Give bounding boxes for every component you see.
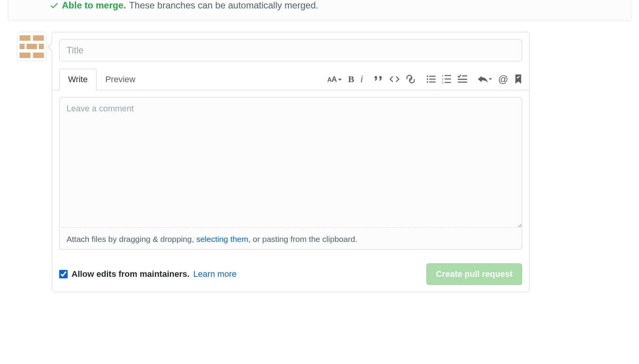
- heading-icon[interactable]: AA: [327, 75, 342, 84]
- link-icon[interactable]: [406, 74, 416, 84]
- svg-text:2: 2: [442, 78, 443, 81]
- attach-select-link[interactable]: selecting them: [196, 235, 248, 243]
- svg-text:1: 1: [442, 74, 443, 78]
- formatting-toolbar: AA B i: [327, 74, 522, 84]
- editor-tabs: Write Preview: [59, 68, 144, 90]
- svg-text:3: 3: [442, 81, 443, 84]
- allow-edits-checkbox[interactable]: [59, 270, 68, 278]
- bold-icon[interactable]: B: [348, 74, 354, 84]
- task-list-icon[interactable]: [457, 74, 467, 84]
- tab-preview[interactable]: Preview: [97, 69, 144, 90]
- svg-point-1: [427, 78, 428, 80]
- svg-point-0: [427, 76, 428, 77]
- svg-rect-4: [429, 79, 436, 80]
- svg-rect-3: [429, 76, 436, 77]
- merge-status-banner: Able to merge. These branches can be aut…: [8, 0, 631, 21]
- tab-write[interactable]: Write: [59, 69, 97, 90]
- bookmark-icon[interactable]: [514, 74, 522, 84]
- allow-edits-label: Allow edits from maintainers.: [72, 269, 190, 279]
- ordered-list-icon[interactable]: 123: [442, 74, 451, 84]
- avatar: [17, 32, 47, 61]
- reply-icon[interactable]: [478, 74, 492, 84]
- quote-icon[interactable]: [374, 74, 383, 84]
- svg-point-2: [427, 81, 428, 83]
- attach-suffix: , or pasting from the clipboard.: [248, 235, 358, 243]
- pr-composer: Write Preview AA B i: [52, 32, 529, 292]
- allow-edits-group: Allow edits from maintainers. Learn more: [59, 269, 236, 279]
- svg-rect-9: [444, 75, 451, 76]
- svg-rect-5: [429, 81, 436, 83]
- attach-hint: Attach files by dragging & dropping, sel…: [59, 229, 522, 250]
- code-icon[interactable]: [389, 74, 399, 84]
- svg-rect-12: [462, 75, 467, 76]
- svg-rect-14: [458, 82, 467, 83]
- check-icon: [50, 1, 59, 10]
- title-input[interactable]: [59, 39, 522, 61]
- svg-rect-13: [458, 79, 467, 80]
- comment-textarea[interactable]: [59, 97, 522, 228]
- mention-icon[interactable]: @: [498, 74, 508, 84]
- create-pull-request-button[interactable]: Create pull request: [426, 263, 522, 285]
- attach-prefix: Attach files by dragging & dropping,: [67, 235, 196, 243]
- italic-icon[interactable]: i: [360, 74, 363, 84]
- merge-desc: These branches can be automatically merg…: [129, 0, 318, 11]
- merge-able-label: Able to merge.: [62, 0, 126, 11]
- svg-rect-11: [444, 82, 451, 83]
- unordered-list-icon[interactable]: [426, 74, 436, 84]
- svg-rect-10: [444, 79, 451, 80]
- learn-more-link[interactable]: Learn more: [193, 269, 237, 279]
